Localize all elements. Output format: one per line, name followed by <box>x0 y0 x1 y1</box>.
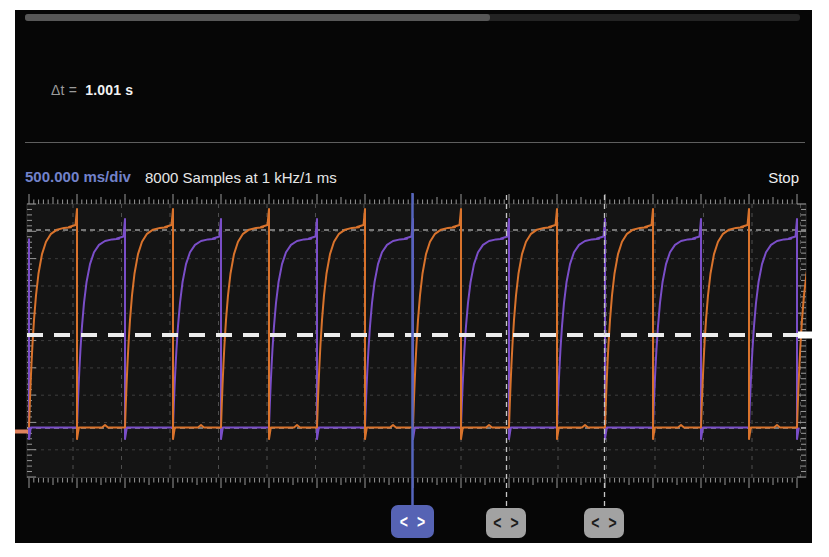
scrollbar-thumb[interactable] <box>25 14 490 21</box>
timebase-readout[interactable]: 500.000 ms/div <box>25 168 131 185</box>
scope-plot[interactable] <box>15 190 812 543</box>
delta-t-value: 1.001 s <box>85 82 133 98</box>
panel-separator <box>25 142 805 143</box>
chevron-right-icon: > <box>609 514 617 532</box>
chevron-right-icon: > <box>511 514 519 532</box>
horizontal-cursor-grip[interactable] <box>798 332 812 339</box>
screenshot-root: Δt = 1.001 s 500.000 ms/div 8000 Samples… <box>0 0 829 557</box>
chevron-left-icon: < <box>400 513 408 531</box>
chevron-left-icon: < <box>591 514 599 532</box>
oscilloscope-window: Δt = 1.001 s 500.000 ms/div 8000 Samples… <box>15 10 812 543</box>
cursor2-handle[interactable]: < > <box>584 508 624 538</box>
chevron-right-icon: > <box>417 513 425 531</box>
chevron-left-icon: < <box>493 514 501 532</box>
scope-status-bar: 500.000 ms/div 8000 Samples at 1 kHz/1 m… <box>15 168 812 190</box>
channel1-level-marker[interactable] <box>15 430 29 434</box>
run-state-label: Stop <box>768 169 799 186</box>
acquisition-info: 8000 Samples at 1 kHz/1 ms <box>145 169 337 186</box>
blue-cursor-handle[interactable]: < > <box>391 505 434 538</box>
cursor1-handle[interactable]: < > <box>486 508 526 538</box>
delta-t-label: Δt = <box>51 82 77 98</box>
delta-t-readout: Δt = 1.001 s <box>51 82 133 98</box>
horizontal-scrollbar[interactable] <box>25 14 800 21</box>
